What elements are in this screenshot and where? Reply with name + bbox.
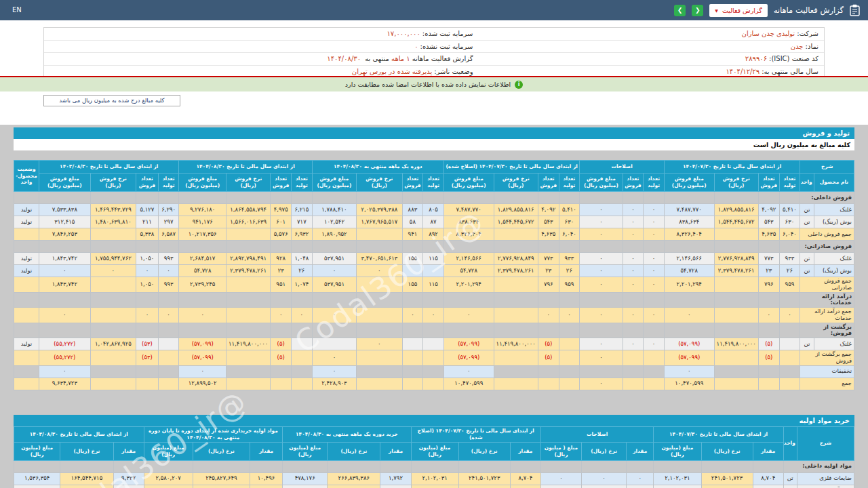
value-cell (136, 365, 159, 378)
value-cell (423, 378, 444, 390)
group-header: واحد (783, 427, 797, 461)
value-cell: ۵۴,۷۲۸ (664, 265, 714, 277)
column-header: نرخ فروش (ریال) (90, 174, 136, 192)
column-header: تعداد فروش (623, 174, 644, 192)
value-cell (226, 378, 270, 390)
value-cell (271, 378, 292, 390)
value-cell: ۹۳۳ (559, 253, 580, 265)
value-cell (538, 323, 559, 338)
value-cell (654, 460, 701, 472)
value-cell (538, 365, 559, 378)
unit-cell: تن (783, 485, 797, 488)
value-cell: ۰ (644, 253, 665, 265)
next-report-button[interactable]: ❯ (674, 5, 686, 16)
value-cell: ۰ (644, 228, 665, 241)
report-type-dropdown[interactable]: گزارش فعالیت ▼ (709, 4, 767, 17)
value-cell (357, 378, 402, 390)
value-cell (402, 350, 423, 366)
value-cell: ۲۱۰ (753, 485, 783, 488)
value-cell: ۳۱۲,۴۱۵ (39, 216, 91, 228)
value-cell (644, 192, 665, 204)
value-cell (779, 292, 800, 308)
value-cell: ۰ (580, 265, 623, 277)
previous-report-button[interactable]: ❮ (692, 5, 703, 16)
status-cell (14, 308, 39, 323)
value-cell: ۷,۴۸۷,۷۷۰ (443, 204, 494, 216)
value-cell: ۰ (312, 365, 356, 378)
value-cell (14, 460, 60, 472)
column-header: مبلغ (میلیون ریال) (283, 442, 328, 460)
value-cell (402, 192, 423, 204)
value-cell: (۵) (538, 338, 559, 350)
info-value: ۱۷,۰۰۰,۰۰۰ (387, 30, 420, 37)
status-cell (14, 323, 39, 338)
value-cell (271, 192, 292, 204)
clipboard-report-icon (850, 4, 860, 16)
value-cell: ۵,۴۱۰ (779, 204, 800, 216)
group-header: خرید دوره یک ماهه منتهی به ۱۴۰۴/۰۸/۳۰ (283, 427, 411, 443)
column-header: مقدار (627, 442, 654, 460)
value-cell: ۱,۰۴۸ (292, 253, 313, 265)
value-cell: ۱,۸۶۴,۵۵۸,۷۹۴ (226, 204, 270, 216)
group-header: از ابتدای سال مالی تا تاریخ ۱۴۰۴/۰۷/۳۰ (… (411, 427, 540, 443)
value-cell (758, 292, 779, 308)
value-cell: ۱,۵۳۶,۳۵۴ (14, 472, 60, 485)
value-cell: ۱۰,۲۱۷,۳۵۶ (179, 228, 226, 241)
value-cell (158, 292, 179, 308)
value-cell (779, 378, 800, 390)
product-name-cell: بوش (رینگ) (814, 216, 854, 228)
value-cell (623, 192, 644, 204)
value-cell: (۵۷,۰۹۹) (179, 338, 226, 350)
table-row: غلتکتن۹۳۳۷۷۳۲,۷۷۶,۹۲۸,۸۴۹۲,۱۴۶,۵۶۶۰۰۰۹۳۳… (14, 253, 854, 265)
column-header: نرخ (ریال) (701, 442, 753, 460)
value-cell: ۹۵۹ (779, 277, 800, 293)
product-name-cell: تخفیفات (800, 365, 854, 378)
column-header: مقدار (380, 442, 411, 460)
column-header: نرخ فروش (ریال) (226, 174, 270, 192)
value-cell (158, 338, 179, 350)
value-cell: ۱۰۲,۵۴۲ (312, 216, 356, 228)
value-cell (357, 323, 402, 338)
language-toggle-en[interactable]: EN (12, 6, 22, 14)
value-cell (136, 241, 159, 253)
info-row: نماد:چدنسرمایه ثبت نشده:۰ (44, 41, 824, 54)
info-left-field: گزارش فعالیت ماهانه۱ ماهه منتهی به ۱۴۰۴/… (44, 55, 473, 62)
value-cell (423, 265, 444, 277)
value-cell (644, 323, 665, 338)
value-cell: ۲,۲۰۱,۲۹۴ (664, 277, 714, 293)
info-value-part: ۱۴۰۴/۰۸/۳۰ (327, 55, 361, 62)
value-cell: ۲۸۲ (113, 485, 144, 488)
value-cell: ۲۶۸ (250, 485, 283, 488)
value-cell: ۲۶ (292, 265, 313, 277)
info-left-field: سرمایه ثبت نشده:۰ (44, 43, 473, 50)
info-value: ۱۴۰۴/۱۲/۲۹ (726, 68, 760, 75)
value-cell (779, 323, 800, 338)
value-cell (402, 323, 423, 338)
column-header: تعداد تولید (559, 174, 580, 192)
value-cell: ۹۴۱,۱۷۶ (179, 216, 226, 228)
value-cell (644, 350, 665, 366)
value-cell: ۱۱,۴۱۹,۸۰۰,۰۰۰ (494, 338, 538, 350)
value-cell: ۱,۸۴۳,۷۴۲ (39, 277, 91, 293)
value-cell: ۰ (39, 365, 91, 378)
table-row: جمع۱۰,۴۷۰,۵۹۹۰۱۰,۴۷۰,۵۹۹۲,۴۲۸,۹۰۳۱۲,۸۹۹,… (14, 378, 854, 390)
column-header: مبلغ فروش (میلیون ریال) (443, 174, 494, 192)
value-cell (753, 460, 783, 472)
value-cell (328, 460, 380, 472)
column-header: نرخ فروش (ریال) (714, 174, 758, 192)
value-cell (494, 323, 538, 338)
value-cell (582, 460, 627, 472)
table-row: جمع فروش داخلی۶,۰۴۰۴,۶۳۵۸,۳۲۶,۴۰۴۰۰۰۶,۰۴… (14, 228, 854, 241)
column-header: مبلغ فروش (میلیون ریال) (39, 174, 91, 192)
value-cell: ۱,۰۵۰ (136, 253, 159, 265)
raw-materials-table-wrap: شرحواحداز ابتدای سال مالی تا تاریخ ۱۴۰۴/… (14, 426, 854, 488)
value-cell: ۰ (538, 308, 559, 323)
value-cell: (۵۷,۰۹۹) (664, 338, 714, 350)
value-cell (158, 365, 179, 378)
table-row: ضایعات فلزیتن۸,۷۰۴۲۴۱,۵۰۱,۷۲۳۲,۱۰۲,۰۳۱۰۰… (14, 472, 854, 485)
value-cell (423, 292, 444, 308)
value-cell: ۹۹۳ (158, 277, 179, 293)
column-header: نرخ (ریال) (328, 442, 380, 460)
value-cell: (۵۷,۰۹۹) (179, 350, 226, 366)
value-cell (559, 378, 580, 390)
